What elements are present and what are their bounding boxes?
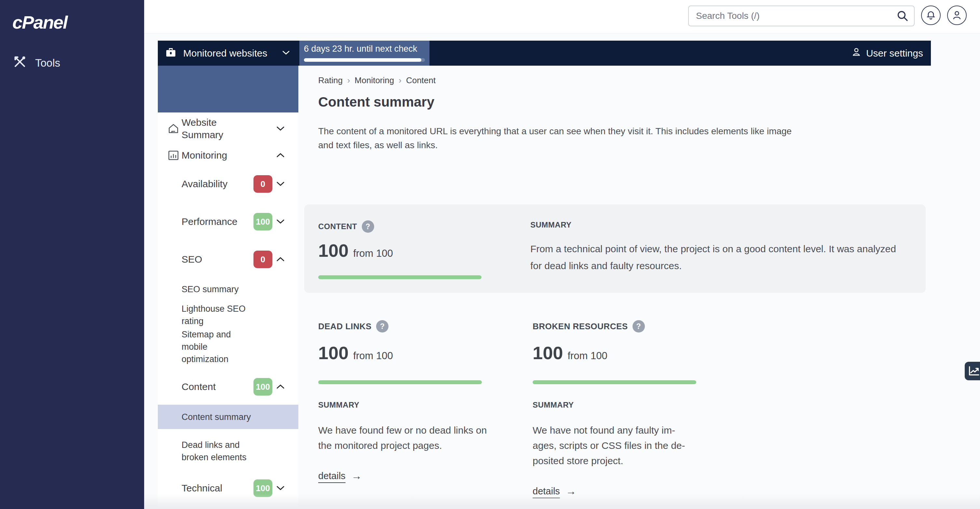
- sidebar-item-label: Dead links and broken elements: [181, 439, 251, 463]
- content-score-from: from 100: [353, 248, 393, 259]
- chevron-down-icon: [276, 485, 285, 491]
- notifications-button[interactable]: [921, 6, 941, 25]
- breadcrumb-monitoring[interactable]: Monitoring: [355, 75, 394, 86]
- dead-links-label: DEAD LINKS: [318, 322, 372, 331]
- broken-resources-details-link[interactable]: details →: [533, 485, 576, 497]
- chevron-down-icon: [276, 219, 285, 225]
- sidebar-item-label: Performance: [181, 216, 237, 228]
- search-input[interactable]: [688, 6, 915, 26]
- content-badge: 100: [253, 378, 272, 396]
- sidebar-item-website-summary[interactable]: Website Summary: [158, 119, 298, 138]
- content-summary-text: From a technical point of view, the proj…: [530, 241, 908, 274]
- rail-item-tools[interactable]: Tools: [0, 51, 144, 75]
- arrow-right-icon: →: [352, 470, 362, 482]
- site-menu-panel: [158, 66, 298, 113]
- sidebar-item-label: Monitoring: [181, 149, 227, 162]
- next-check-progress-track: [304, 58, 425, 62]
- user-settings-label: User settings: [866, 48, 923, 59]
- app-root: cPanel Tools: [0, 0, 980, 509]
- chevron-up-icon: [276, 257, 285, 262]
- chevron-down-icon: [282, 50, 290, 57]
- sidebar-item-monitoring[interactable]: Monitoring: [158, 146, 298, 165]
- bell-icon: [925, 10, 936, 21]
- broken-resources-label: BROKEN RESOURCES: [533, 322, 628, 331]
- sidebar-item-label: Website Summary: [181, 116, 251, 141]
- sidebar-item-availability[interactable]: Availability 0: [158, 174, 298, 194]
- dead-links-section: DEAD LINKS ? 100 from 100 SUMMARY We hav…: [318, 320, 500, 482]
- sidebar-item-lighthouse-seo-rating[interactable]: Lighthouse SEO rating: [158, 305, 298, 325]
- seo-badge: 0: [253, 251, 272, 268]
- chevron-up-icon: [276, 384, 285, 390]
- arrow-right-icon: →: [566, 485, 576, 497]
- help-icon[interactable]: ?: [362, 220, 374, 233]
- technical-badge: 100: [253, 479, 272, 497]
- sidebar-item-label: Sitemap and mobile optimization: [181, 328, 251, 365]
- content-score-card: CONTENT ? 100 from 100 SUMMARY From a te…: [304, 205, 926, 293]
- summary-label: SUMMARY: [530, 220, 572, 229]
- sidebar-item-technical[interactable]: Technical 100: [158, 479, 298, 498]
- broken-resources-bar-fill: [533, 380, 696, 384]
- briefcase-icon: [165, 47, 177, 60]
- rail-item-tools-label: Tools: [35, 57, 60, 69]
- breadcrumb-content[interactable]: Content: [406, 75, 436, 86]
- sidebar-item-seo[interactable]: SEO 0: [158, 250, 298, 269]
- tools-icon: [13, 55, 27, 71]
- app-navbar: Monitored websites 6 days 23 hr. until n…: [158, 41, 931, 66]
- breadcrumb: Rating › Monitoring › Content: [318, 75, 436, 86]
- user-settings-icon: [851, 47, 862, 59]
- content-score-bar-fill: [318, 275, 482, 279]
- broken-resources-score-from: from 100: [568, 350, 607, 362]
- chart-fab-button[interactable]: [965, 362, 980, 380]
- sidebar-item-content-summary[interactable]: Content summary: [158, 405, 298, 429]
- search-icon[interactable]: [896, 10, 909, 22]
- help-icon[interactable]: ?: [633, 320, 645, 333]
- sidebar-item-label: Availability: [181, 178, 228, 190]
- trend-chart-icon: [967, 364, 980, 378]
- sidebar-item-label: Content summary: [181, 411, 251, 423]
- dead-links-bar-track: [318, 380, 482, 384]
- top-bar: [144, 0, 980, 33]
- home-icon: [167, 123, 179, 134]
- sidebar-item-seo-summary[interactable]: SEO summary: [158, 279, 298, 299]
- content-score-column: CONTENT ? 100 from 100: [318, 220, 487, 279]
- performance-badge: 100: [253, 213, 272, 230]
- bar-chart-icon: [167, 150, 179, 161]
- user-settings-button[interactable]: User settings: [843, 41, 931, 66]
- help-icon[interactable]: ?: [376, 320, 388, 333]
- dead-links-bar-fill: [318, 380, 482, 384]
- next-check-progress-fill: [304, 58, 422, 62]
- broken-resources-score-value: 100: [533, 342, 563, 363]
- chevron-down-icon: [276, 126, 285, 132]
- summary-label: SUMMARY: [318, 400, 500, 409]
- content-summary-column: SUMMARY From a technical point of view, …: [530, 220, 908, 274]
- content-score-bar-track: [318, 275, 482, 279]
- content-score-value: 100: [318, 240, 348, 261]
- details-link-label: details: [533, 486, 560, 497]
- details-link-label: details: [318, 471, 345, 481]
- summary-label: SUMMARY: [533, 400, 715, 409]
- broken-resources-summary-text: We have not found any faulty im­ages, sc…: [533, 423, 695, 468]
- breadcrumb-rating[interactable]: Rating: [318, 75, 343, 86]
- availability-badge: 0: [253, 175, 272, 193]
- search-input-wrap: [688, 6, 915, 26]
- sidebar-item-performance[interactable]: Performance 100: [158, 212, 298, 232]
- sidebar-item-label: SEO summary: [181, 283, 239, 295]
- page-description: The content of a monitored URL is everyt…: [318, 124, 793, 152]
- site-menu-dropdown[interactable]: Monitored websites: [158, 41, 299, 66]
- breadcrumb-separator: ›: [399, 75, 401, 86]
- sidebar-item-label: Lighthouse SEO rating: [181, 303, 251, 327]
- next-check-status: 6 days 23 hr. until next check: [299, 41, 430, 66]
- page-title: Content summary: [318, 94, 434, 110]
- dead-links-details-link[interactable]: details →: [318, 470, 362, 482]
- cpanel-logo: cPanel: [12, 12, 67, 33]
- sidebar-item-label: SEO: [181, 253, 202, 266]
- user-icon: [951, 10, 963, 21]
- left-rail: cPanel Tools: [0, 0, 144, 509]
- next-check-label: 6 days 23 hr. until next check: [304, 44, 425, 54]
- account-button[interactable]: [947, 6, 967, 25]
- broken-resources-bar-track: [533, 380, 696, 384]
- sidebar-item-content[interactable]: Content 100: [158, 377, 298, 396]
- monitoring-sidebar: Website Summary Monitoring Availability …: [158, 113, 298, 509]
- dead-links-score-from: from 100: [353, 350, 393, 362]
- content-label: CONTENT: [318, 222, 357, 231]
